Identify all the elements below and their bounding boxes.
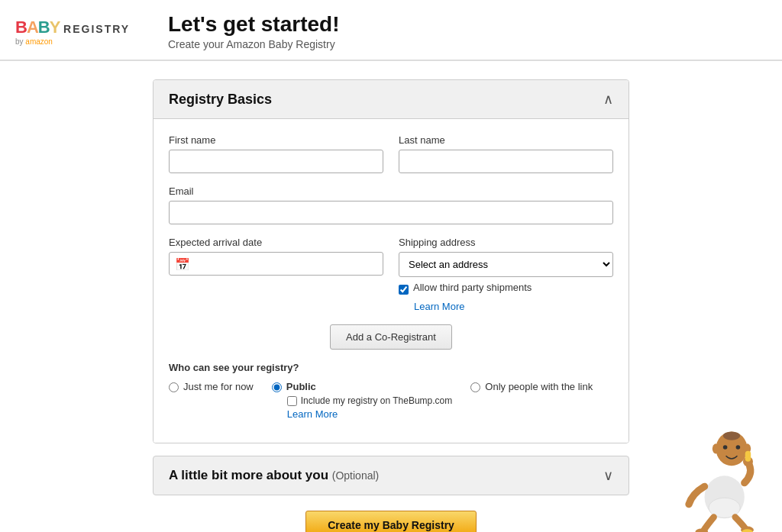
arrival-date-label: Expected arrival date: [169, 237, 383, 248]
email-label: Email: [169, 185, 613, 197]
email-row: Email: [169, 185, 613, 224]
svg-point-4: [713, 443, 719, 453]
svg-point-1: [723, 431, 740, 440]
radio-option-link-only: Only people with the link: [470, 381, 593, 392]
learn-more-link[interactable]: Learn More: [414, 301, 464, 312]
main-content: Registry Basics ∧ First name Last name: [0, 61, 782, 532]
radio-public[interactable]: [272, 382, 282, 392]
page-wrapper: BABY REGISTRY by amazon Let's get starte…: [0, 0, 782, 532]
first-name-label: First name: [169, 134, 383, 146]
arrival-date-group: Expected arrival date 📅: [169, 237, 383, 312]
last-name-input[interactable]: [399, 150, 613, 173]
bump-learn-more-row: Learn More: [287, 408, 453, 420]
optional-header[interactable]: A little bit more about you (Optional) ∨: [153, 456, 629, 495]
header: BABY REGISTRY by amazon Let's get starte…: [0, 0, 782, 60]
logo-b1: B: [15, 18, 27, 37]
visibility-section: Who can see your registry? Just me for n…: [169, 362, 613, 420]
svg-point-3: [736, 445, 741, 450]
chevron-up-icon: ∧: [603, 91, 613, 108]
chevron-down-icon: ∨: [603, 467, 613, 484]
logo-baby-text: BABY REGISTRY: [15, 18, 153, 37]
radio-public-label: Public: [286, 381, 316, 392]
last-name-group: Last name: [399, 134, 613, 173]
last-name-label: Last name: [399, 134, 613, 146]
svg-point-2: [723, 445, 728, 450]
optional-tag: (Optional): [332, 469, 379, 482]
visibility-label: Who can see your registry?: [169, 362, 613, 373]
radio-option-just-me: Just me for now: [169, 381, 254, 392]
email-group: Email: [169, 185, 613, 224]
include-bump-row: Include my registry on TheBump.com: [287, 395, 453, 406]
arrival-date-input[interactable]: [169, 252, 383, 276]
co-registrant-button[interactable]: Add a Co-Registrant: [330, 324, 452, 350]
allow-shipments-label: Allow third party shipments: [413, 282, 532, 293]
logo-y: Y: [50, 18, 60, 37]
optional-section: A little bit more about you (Optional) ∨: [153, 456, 629, 495]
bump-learn-more-link[interactable]: Learn More: [287, 408, 338, 420]
logo-a: A: [27, 18, 38, 37]
include-bump-checkbox[interactable]: [287, 396, 297, 406]
date-input-wrapper: 📅: [169, 252, 383, 276]
radio-just-me-label: Just me for now: [183, 381, 254, 392]
registry-basics-body: First name Last name Email: [153, 119, 629, 443]
baby-illustration: [675, 426, 767, 532]
shipping-address-select[interactable]: Select an address: [399, 252, 613, 277]
radio-just-me[interactable]: [169, 382, 179, 392]
radio-link-only[interactable]: [470, 382, 480, 392]
logo-registry: REGISTRY: [63, 23, 130, 35]
logo-b2: B: [38, 18, 50, 37]
logo-amazon: by amazon: [15, 37, 153, 46]
name-row: First name Last name: [169, 134, 613, 173]
email-input[interactable]: [169, 201, 613, 224]
optional-title: A little bit more about you (Optional): [169, 468, 379, 483]
header-text: Let's get started! Create your Amazon Ba…: [153, 12, 339, 50]
calendar-icon: 📅: [175, 256, 190, 271]
svg-rect-9: [745, 451, 751, 462]
registry-basics-header[interactable]: Registry Basics ∧: [153, 80, 629, 119]
page-title: Let's get started!: [168, 12, 339, 37]
shipping-address-label: Shipping address: [399, 237, 613, 248]
registry-basics-title: Registry Basics: [169, 92, 272, 108]
first-name-group: First name: [169, 134, 383, 173]
registry-basics-card: Registry Basics ∧ First name Last name: [153, 79, 629, 443]
create-registry-button[interactable]: Create my Baby Registry: [305, 511, 477, 532]
radio-option-public: Public Include my registry on TheBump.co…: [272, 381, 453, 420]
allow-shipments-row: Allow third party shipments: [399, 282, 613, 297]
logo-area: BABY REGISTRY by amazon: [15, 18, 153, 46]
arrival-shipping-row: Expected arrival date 📅 Shipping address…: [169, 237, 613, 312]
submit-row: Create my Baby Registry: [153, 511, 629, 532]
radio-link-only-label: Only people with the link: [485, 381, 593, 392]
allow-shipments-checkbox[interactable]: [399, 285, 409, 295]
include-bump-label: Include my registry on TheBump.com: [301, 395, 453, 406]
baby-image-area: [675, 426, 767, 532]
first-name-input[interactable]: [169, 150, 383, 173]
co-registrant-row: Add a Co-Registrant: [169, 324, 613, 350]
radio-group: Just me for now Public Include my r: [169, 381, 613, 420]
page-subtitle: Create your Amazon Baby Registry: [168, 38, 339, 50]
learn-more-row: Learn More: [399, 300, 613, 312]
shipping-address-group: Shipping address Select an address Allow…: [399, 237, 613, 312]
